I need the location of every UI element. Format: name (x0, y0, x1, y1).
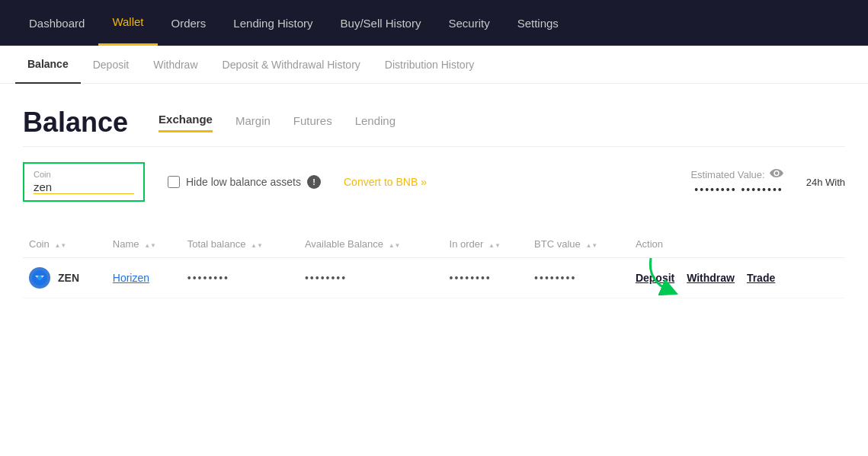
estimated-value-label: Estimated Value: (690, 169, 783, 180)
coin-symbol: ZEN (58, 272, 79, 284)
trade-link[interactable]: Trade (747, 272, 775, 284)
nav-wallet[interactable]: Wallet (98, 0, 157, 46)
svg-point-1 (37, 276, 42, 280)
cell-coin: ZEN (23, 258, 107, 298)
th-total-balance: Total balance ▲▼ (181, 231, 299, 258)
subnav-deposit[interactable]: Deposit (81, 46, 141, 84)
nav-settings[interactable]: Settings (504, 0, 572, 46)
th-coin: Coin ▲▼ (23, 231, 107, 258)
info-icon[interactable]: ! (307, 175, 321, 189)
top-navigation: Dashboard Wallet Orders Lending History … (0, 0, 868, 46)
coin-label: Coin (34, 170, 134, 179)
coin-input[interactable] (34, 180, 134, 194)
tab-exchange[interactable]: Exchange (159, 113, 213, 132)
balance-header: Balance Exchange Margin Futures Lending (23, 107, 845, 139)
subnav-deposit-withdrawal-history[interactable]: Deposit & Withdrawal History (210, 46, 373, 84)
withdraw-link[interactable]: Withdraw (687, 272, 735, 284)
balance-table: Coin ▲▼ Name ▲▼ Total balance ▲▼ Availab… (23, 231, 845, 298)
subnav-distribution-history[interactable]: Distribution History (373, 46, 486, 84)
hide-balance-filter: Hide low balance assets ! (168, 175, 321, 189)
th-btc-value: BTC value ▲▼ (528, 231, 629, 258)
cell-in-order: •••••••• (444, 258, 529, 298)
table-row: ZEN Horizen •••••••• •••••••• •••••••• (23, 258, 845, 298)
coin-search-box: Coin (23, 162, 145, 202)
sort-icon-btc[interactable]: ▲▼ (585, 243, 597, 249)
estimated-value-section: Estimated Value: •••••••• •••••••• (690, 169, 783, 196)
total-balance-masked: •••••••• (187, 272, 229, 284)
convert-to-bnb-link[interactable]: Convert to BNB » (344, 176, 427, 188)
sort-icon-inorder[interactable]: ▲▼ (488, 243, 501, 249)
nav-lending-history[interactable]: Lending History (219, 0, 326, 46)
table-header: Coin ▲▼ Name ▲▼ Total balance ▲▼ Availab… (23, 231, 845, 258)
th-name: Name ▲▼ (107, 231, 181, 258)
divider (23, 146, 845, 147)
th-in-order: In order ▲▼ (444, 231, 529, 258)
nav-orders[interactable]: Orders (158, 0, 220, 46)
main-content: Balance Exchange Margin Futures Lending … (0, 84, 868, 314)
estimated-value-masked: •••••••• •••••••• (694, 183, 783, 196)
sub-navigation: Balance Deposit Withdraw Deposit & Withd… (0, 46, 868, 84)
subnav-withdraw[interactable]: Withdraw (141, 46, 210, 84)
sort-icon-coin[interactable]: ▲▼ (54, 243, 66, 249)
cell-name: Horizen (107, 258, 181, 298)
cell-total-balance: •••••••• (181, 258, 299, 298)
coin-name-link[interactable]: Horizen (113, 272, 149, 284)
available-balance-masked: •••••••• (305, 272, 347, 284)
arrow-annotation (639, 254, 685, 298)
coin-cell: ZEN (29, 267, 101, 289)
filter-row: Coin Hide low balance assets ! Convert t… (23, 162, 845, 202)
table-body: ZEN Horizen •••••••• •••••••• •••••••• (23, 258, 845, 298)
nav-buy-sell-history[interactable]: Buy/Sell History (327, 0, 435, 46)
24h-withdraw-label: 24h With (806, 177, 845, 188)
sort-icon-available[interactable]: ▲▼ (389, 243, 401, 249)
hide-balance-label: Hide low balance assets (186, 176, 301, 188)
tab-futures[interactable]: Futures (293, 114, 332, 132)
balance-tabs: Exchange Margin Futures Lending (159, 113, 396, 132)
hide-balance-checkbox[interactable] (168, 176, 180, 188)
tab-lending[interactable]: Lending (355, 114, 396, 132)
zen-logo (29, 267, 50, 289)
cell-btc-value: •••••••• (528, 258, 629, 298)
nav-security[interactable]: Security (434, 0, 503, 46)
subnav-balance[interactable]: Balance (15, 46, 81, 84)
th-available-balance: Available Balance ▲▼ (299, 231, 444, 258)
page-title: Balance (23, 107, 128, 139)
eye-icon[interactable] (770, 169, 783, 180)
sort-icon-total[interactable]: ▲▼ (251, 243, 263, 249)
in-order-masked: •••••••• (450, 272, 492, 284)
cell-available-balance: •••••••• (299, 258, 444, 298)
sort-icon-name[interactable]: ▲▼ (144, 243, 156, 249)
btc-value-masked: •••••••• (534, 272, 576, 284)
balance-table-wrapper: Coin ▲▼ Name ▲▼ Total balance ▲▼ Availab… (23, 217, 845, 298)
nav-dashboard[interactable]: Dashboard (15, 0, 98, 46)
tab-margin[interactable]: Margin (235, 114, 271, 132)
